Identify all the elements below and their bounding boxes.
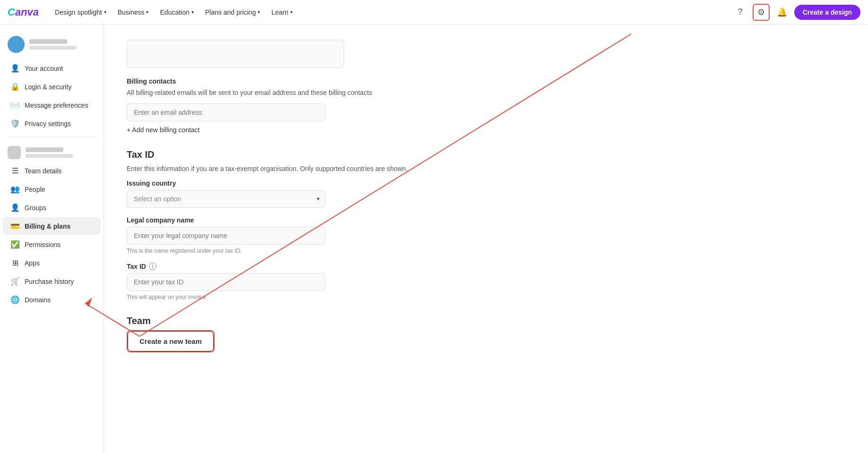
team-section: Team Create a new team bbox=[127, 316, 845, 352]
user-name bbox=[29, 39, 67, 44]
sidebar-item-login-security[interactable]: 🔒 Login & security bbox=[3, 78, 101, 95]
group-icon: 👤 bbox=[10, 203, 20, 212]
tax-id-field: Tax ID i This will appear on your invoic… bbox=[127, 263, 845, 300]
chevron-down-icon: ▾ bbox=[146, 9, 148, 15]
legal-company-name-field: Legal company name This is the name regi… bbox=[127, 216, 845, 254]
team-avatar bbox=[8, 146, 21, 159]
team-section-title: Team bbox=[127, 316, 845, 326]
canva-logo[interactable]: Canva bbox=[8, 6, 39, 18]
legal-company-name-hint: This is the name registered under your t… bbox=[127, 248, 845, 254]
mail-icon: ✉️ bbox=[10, 101, 20, 110]
sidebar-item-permissions[interactable]: ✅ Permissions bbox=[3, 236, 101, 253]
sidebar-item-domains[interactable]: 🌐 Domains bbox=[3, 291, 101, 308]
create-design-button[interactable]: Create a design bbox=[794, 5, 860, 20]
help-button[interactable]: ? bbox=[732, 4, 749, 21]
top-navigation: Canva Design spotlight ▾ Business ▾ Educ… bbox=[0, 0, 868, 25]
create-new-team-button[interactable]: Create a new team bbox=[128, 331, 214, 351]
list-icon: ☰ bbox=[10, 166, 20, 175]
team-info bbox=[26, 147, 73, 158]
shield-icon: 🛡️ bbox=[10, 119, 20, 128]
nav-plans-pricing[interactable]: Plans and pricing ▾ bbox=[200, 6, 265, 19]
notifications-button[interactable]: 🔔 bbox=[773, 4, 790, 21]
sidebar-item-team-details[interactable]: ☰ Team details bbox=[3, 162, 101, 179]
billing-contacts-section: Billing contacts All billing-related ema… bbox=[127, 77, 845, 134]
team-name bbox=[26, 147, 63, 152]
user-info bbox=[29, 39, 77, 50]
issuing-country-field: Issuing country Select an option ▾ bbox=[127, 179, 845, 208]
settings-button[interactable]: ⚙ bbox=[753, 4, 770, 21]
info-icon[interactable]: i bbox=[149, 263, 156, 270]
tax-id-hint: This will appear on your invoice. bbox=[127, 294, 845, 300]
issuing-country-label: Issuing country bbox=[127, 179, 845, 187]
nav-education[interactable]: Education ▾ bbox=[155, 6, 198, 19]
team-subtitle bbox=[26, 154, 73, 158]
nav-design-spotlight[interactable]: Design spotlight ▾ bbox=[50, 6, 111, 19]
sidebar: 👤 Your account 🔒 Login & security ✉️ Mes… bbox=[0, 25, 104, 453]
issuing-country-select[interactable]: Select an option bbox=[127, 190, 325, 208]
issuing-country-select-wrapper: Select an option ▾ bbox=[127, 190, 325, 208]
sidebar-item-apps[interactable]: ⊞ Apps bbox=[3, 254, 101, 272]
sidebar-item-people[interactable]: 👥 People bbox=[3, 180, 101, 198]
billing-contacts-title: Billing contacts bbox=[127, 77, 845, 85]
add-billing-contact-link[interactable]: + Add new billing contact bbox=[127, 126, 200, 134]
sidebar-item-privacy-settings[interactable]: 🛡️ Privacy settings bbox=[3, 115, 101, 132]
sidebar-item-groups[interactable]: 👤 Groups bbox=[3, 199, 101, 216]
sidebar-divider bbox=[8, 137, 96, 137]
person-icon: 👤 bbox=[10, 64, 20, 73]
tax-id-field-label: Tax ID i bbox=[127, 263, 845, 270]
personal-user-section bbox=[0, 32, 104, 59]
apps-icon: ⊞ bbox=[10, 258, 20, 267]
user-subtitle bbox=[29, 46, 77, 50]
sidebar-item-your-account[interactable]: 👤 Your account bbox=[3, 60, 101, 77]
legal-company-name-label: Legal company name bbox=[127, 216, 845, 224]
nav-links: Design spotlight ▾ Business ▾ Education … bbox=[50, 6, 732, 19]
globe-icon: 🌐 bbox=[10, 295, 20, 304]
tax-id-description: Enter this information if you are a tax-… bbox=[127, 164, 845, 174]
team-section-header bbox=[0, 142, 104, 161]
billing-icon: 💳 bbox=[10, 222, 20, 231]
people-icon: 👥 bbox=[10, 185, 20, 194]
billing-input-top bbox=[127, 40, 344, 68]
cart-icon: 🛒 bbox=[10, 277, 20, 286]
sidebar-item-purchase-history[interactable]: 🛒 Purchase history bbox=[3, 273, 101, 290]
chevron-down-icon: ▾ bbox=[104, 9, 106, 15]
billing-contacts-description: All billing-related emails will be sent … bbox=[127, 88, 845, 98]
billing-email-input[interactable] bbox=[127, 103, 325, 121]
lock-icon: 🔒 bbox=[10, 82, 20, 91]
legal-company-name-input[interactable] bbox=[127, 227, 325, 245]
chevron-down-icon: ▾ bbox=[258, 9, 260, 15]
tax-id-input[interactable] bbox=[127, 273, 325, 291]
chevron-down-icon: ▾ bbox=[290, 9, 293, 15]
sidebar-item-message-preferences[interactable]: ✉️ Message preferences bbox=[3, 96, 101, 114]
chevron-down-icon: ▾ bbox=[191, 9, 194, 15]
check-circle-icon: ✅ bbox=[10, 240, 20, 249]
create-team-button-wrapper: Create a new team bbox=[127, 330, 215, 352]
nav-business[interactable]: Business ▾ bbox=[113, 6, 154, 19]
topnav-right-actions: ? ⚙ 🔔 Create a design bbox=[732, 4, 860, 21]
tax-id-section: Tax ID Enter this information if you are… bbox=[127, 149, 845, 300]
avatar bbox=[8, 36, 25, 53]
page-layout: 👤 Your account 🔒 Login & security ✉️ Mes… bbox=[0, 25, 868, 453]
main-content: Billing contacts All billing-related ema… bbox=[104, 25, 868, 453]
nav-learn[interactable]: Learn ▾ bbox=[267, 6, 297, 19]
tax-id-title: Tax ID bbox=[127, 149, 845, 160]
sidebar-item-billing-plans[interactable]: 💳 Billing & plans bbox=[3, 217, 101, 235]
